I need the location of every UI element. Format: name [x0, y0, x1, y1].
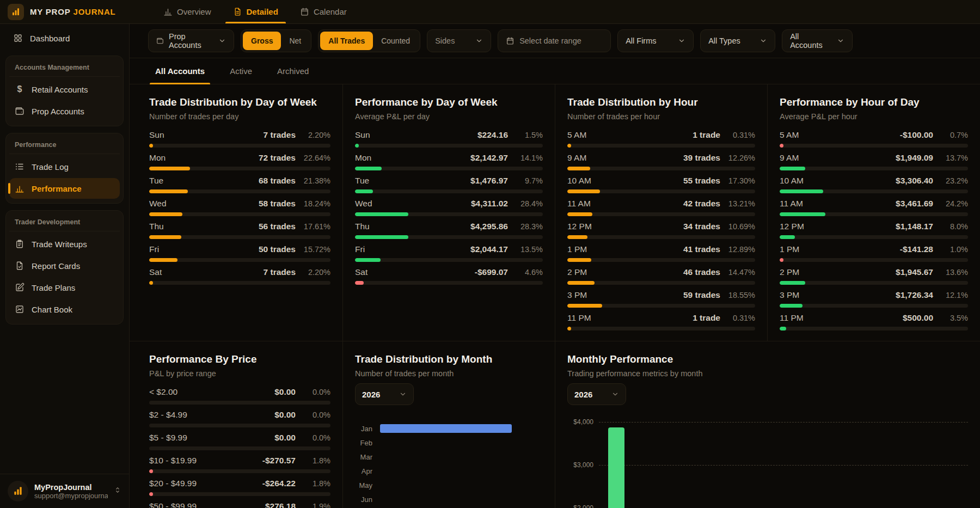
row-bar-track [567, 144, 755, 148]
row-label: 10 AM [780, 175, 804, 186]
row-value: $0.00 [274, 409, 296, 420]
stat-row-line: 5 AM-$100.000.7% [780, 130, 968, 140]
row-value: $4,295.86 [470, 221, 508, 232]
stat-row-line: Thu$4,295.8628.3% [355, 221, 543, 232]
stat-row-line: < $2.00$0.000.0% [149, 387, 330, 397]
chevron-down-icon [218, 37, 226, 45]
stat-row-line: $10 - $19.99-$270.571.8% [149, 455, 330, 466]
filter-bar: Prop Accounts Gross Net All Trades Count… [130, 24, 980, 58]
stat-row: Sun7 trades2.20% [149, 130, 330, 152]
account-scope-dropdown[interactable]: Prop Accounts [148, 29, 234, 52]
row-label: Wed [149, 198, 167, 209]
row-bar-track [780, 212, 968, 216]
row-label: Mon [149, 152, 166, 163]
panel-title: Performance By Price [149, 352, 330, 366]
tab-calendar[interactable]: Calendar [289, 0, 358, 23]
row-bar-track [780, 258, 968, 262]
stat-row: Wed$4,311.0228.4% [355, 198, 543, 221]
stat-row-line: Sat7 trades2.20% [149, 267, 330, 278]
stat-row-line: 11 PM1 trade0.31% [567, 313, 755, 323]
subtab-active[interactable]: Active [224, 58, 258, 84]
sidebar-item-dashboard[interactable]: Dashboard [5, 27, 124, 49]
row-percent: 28.3% [508, 221, 543, 232]
row-label: 10 AM [567, 175, 591, 186]
sidebar-item-performance[interactable]: Performance [9, 178, 120, 199]
sidebar-item-trade-writeups[interactable]: Trade Writeups [9, 234, 120, 254]
accounts-dropdown[interactable]: All Accounts [782, 29, 853, 52]
row-value: 41 trades [683, 244, 720, 255]
row-value: $3,306.40 [896, 175, 933, 186]
date-range-input[interactable]: Select date range [498, 29, 611, 52]
account-switcher[interactable]: MyPropJournal support@mypropjournal.c... [0, 474, 129, 508]
account-logo-icon [8, 481, 28, 501]
row-label: 12 PM [780, 221, 804, 232]
row-value: $1,148.17 [896, 221, 933, 232]
counted-option[interactable]: Counted [373, 32, 418, 50]
dollar-icon: $ [15, 84, 24, 94]
subtab-all-accounts[interactable]: All Accounts [150, 58, 210, 84]
row-bar-track [780, 327, 968, 330]
month-bar-area [380, 424, 543, 433]
sidebar-item-trade-plans[interactable]: Trade Plans [9, 277, 120, 298]
row-label: 11 AM [567, 198, 591, 209]
row-percent: 21.38% [296, 175, 330, 186]
gross-option[interactable]: Gross [243, 32, 281, 50]
tab-overview[interactable]: Overview [152, 0, 222, 23]
row-percent: 0.31% [720, 313, 755, 323]
gross-net-toggle: Gross Net [241, 29, 311, 52]
row-bar-track [149, 424, 330, 427]
row-bar-fill [780, 167, 805, 170]
net-option[interactable]: Net [281, 32, 309, 50]
sidebar-item-trade-log[interactable]: Trade Log [9, 156, 120, 177]
row-bar-track [355, 212, 543, 216]
row-percent: 18.24% [296, 198, 330, 209]
stat-row: Mon$2,142.9714.1% [355, 152, 543, 175]
row-percent: 13.5% [508, 244, 543, 255]
stat-row: 2 PM$1,945.6713.6% [780, 267, 968, 290]
panel-trade-distribution-by-day: Trade Distribution by Day of Week Number… [130, 84, 343, 341]
row-bar-fill [780, 281, 805, 285]
row-percent: 0.0% [296, 387, 330, 397]
wallet-icon [156, 36, 164, 45]
sidebar-item-prop-accounts[interactable]: Prop Accounts [9, 101, 120, 121]
tab-detailed[interactable]: Detailed [222, 0, 289, 23]
month-bar-area [380, 495, 543, 504]
row-bar-track [149, 144, 330, 148]
row-bar-fill [355, 144, 359, 148]
row-bar-fill [149, 258, 177, 262]
month-label: Mar [355, 453, 372, 461]
row-label: 5 AM [780, 130, 799, 140]
sides-dropdown[interactable]: Sides [427, 29, 491, 52]
subtab-archived[interactable]: Archived [272, 58, 314, 84]
row-percent: 0.0% [296, 409, 330, 420]
sidebar-group-performance: Performance Trade Log Performance [5, 133, 124, 204]
row-value: 59 trades [683, 290, 720, 301]
sidebar-item-report-cards[interactable]: Report Cards [9, 255, 120, 276]
month-bar-area [380, 452, 543, 461]
stat-row: 10 AM55 trades17.30% [567, 175, 755, 198]
row-bar-fill [567, 235, 587, 239]
row-bar-track [149, 258, 330, 262]
stat-row-line: Sun$224.161.5% [355, 130, 543, 140]
firms-dropdown[interactable]: All Firms [617, 29, 694, 52]
row-percent: 0.0% [296, 432, 330, 443]
row-value: 42 trades [683, 198, 720, 209]
row-bar-fill [567, 189, 600, 193]
row-bar-fill [567, 167, 590, 170]
main-content: Prop Accounts Gross Net All Trades Count… [130, 24, 980, 508]
year-select[interactable]: 2026 [567, 383, 626, 405]
stat-row-line: Thu56 trades17.61% [149, 221, 330, 232]
year-select[interactable]: 2026 [355, 383, 414, 405]
stat-row-line: 1 PM41 trades12.89% [567, 244, 755, 255]
sidebar-item-chart-book[interactable]: Chart Book [9, 299, 120, 320]
stat-row-line: 10 AM55 trades17.30% [567, 175, 755, 186]
chart-book-icon [15, 304, 24, 314]
row-label: Fri [355, 244, 365, 255]
brand: MY PROP JOURNAL [0, 0, 130, 23]
sidebar-item-retail-accounts[interactable]: $ Retail Accounts [9, 79, 120, 100]
types-dropdown[interactable]: All Types [700, 29, 775, 52]
row-percent: 4.6% [508, 267, 543, 278]
all-trades-option[interactable]: All Trades [320, 32, 373, 50]
row-percent: 12.1% [933, 290, 968, 301]
panel-title: Trade Distribution by Month [355, 352, 543, 366]
